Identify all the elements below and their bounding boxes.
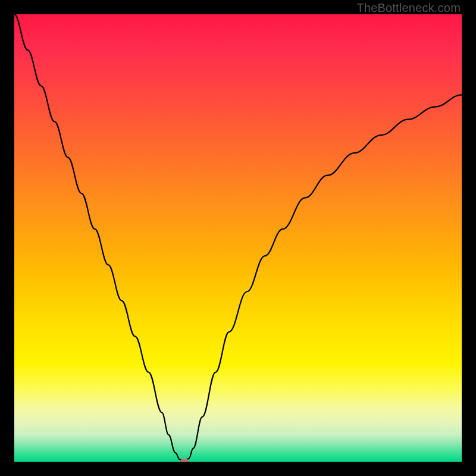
plot-area: [14, 14, 462, 462]
bottleneck-curve: [14, 14, 462, 462]
curve-layer: [14, 14, 462, 462]
watermark-text: TheBottleneck.com: [356, 1, 461, 15]
chart-frame: TheBottleneck.com: [0, 0, 476, 476]
minimum-marker: [180, 459, 189, 462]
